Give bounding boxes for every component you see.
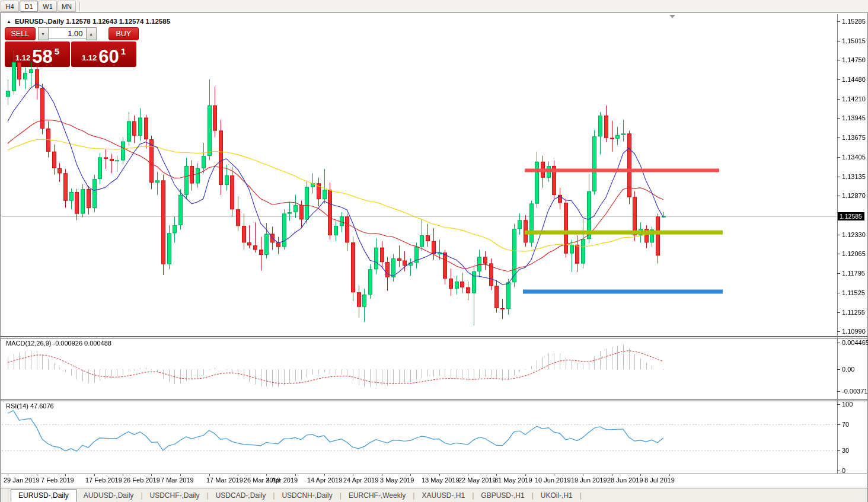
axis-label: 1.11255 — [842, 309, 865, 316]
date-label: 17 Feb 2019 — [85, 477, 122, 484]
axis-tick — [837, 21, 840, 22]
date-tick — [324, 474, 325, 476]
axis-label: -0.003715 — [842, 388, 868, 395]
axis-tick — [837, 157, 840, 158]
date-tick — [151, 474, 152, 476]
axis-tick — [837, 138, 840, 138]
axis-label: 100 — [842, 401, 853, 408]
date-tick — [410, 474, 411, 476]
timeframe-button-h4[interactable]: H4 — [1, 1, 19, 12]
axis-tick — [837, 404, 840, 405]
axis-tick — [837, 273, 840, 274]
date-label: 26 Feb 2019 — [123, 477, 160, 484]
axis-label: 0.004465 — [842, 339, 868, 346]
axis-tick — [837, 293, 840, 293]
date-tick — [65, 474, 66, 476]
axis-label: 30 — [842, 447, 849, 454]
axis-tick — [837, 450, 840, 451]
pane-separator-rsi[interactable] — [1, 399, 867, 401]
axis-label: 1.15285 — [842, 18, 866, 25]
axis-label: 1.12065 — [842, 250, 866, 257]
date-tick — [8, 474, 8, 476]
chart-shift-marker-icon[interactable] — [669, 15, 675, 18]
date-label: 13 May 2019 — [422, 477, 459, 484]
tab-xauusd-h1[interactable]: XAUUSD-,H1 — [414, 490, 472, 501]
tab-usdchf-daily[interactable]: USDCHF-,Daily — [143, 490, 207, 501]
date-tick — [468, 474, 468, 476]
axis-label: 1.14210 — [842, 95, 866, 103]
date-label: 10 Jun 2019 — [535, 477, 571, 484]
date-label: 7 Mar 2019 — [161, 477, 194, 484]
date-tick — [554, 474, 554, 476]
axis-tick — [837, 343, 840, 343]
date-tick — [640, 474, 641, 476]
timeframe-button-d1[interactable]: D1 — [20, 1, 38, 12]
price-chart-canvas[interactable] — [2, 14, 837, 336]
axis-tick — [837, 424, 840, 425]
date-axis-border — [1, 474, 867, 474]
tab-eurusd-daily[interactable]: EURUSD-,Daily — [11, 489, 76, 502]
axis-tick — [837, 369, 840, 370]
date-tick — [266, 474, 267, 476]
axis-label: 1.10990 — [842, 328, 866, 335]
axis-label: 1.13945 — [842, 114, 866, 121]
rsi-indicator-label: RSI(14) 47.6076 — [6, 402, 54, 410]
date-label: 28 Jun 2019 — [607, 477, 643, 484]
tab-ukoil-h1[interactable]: UKOil-,H1 — [534, 490, 580, 501]
chart-tab-bar: EURUSD-,DailyAUDUSD-,Daily|USDCHF-,Daily… — [1, 488, 867, 502]
date-label: 31 May 2019 — [494, 477, 532, 484]
date-tick — [238, 474, 238, 476]
tab-divider: | — [580, 491, 582, 500]
axis-label: 1.13405 — [842, 154, 866, 161]
axis-tick — [837, 391, 840, 392]
axis-tick — [837, 41, 840, 41]
date-tick — [180, 474, 181, 476]
tab-scroll-strip[interactable] — [1, 488, 8, 502]
axis-tick — [837, 471, 840, 471]
date-label: 17 Mar 2019 — [206, 477, 243, 484]
toolbar-separator — [79, 2, 81, 11]
date-tick — [669, 474, 670, 476]
axis-label: 1.11795 — [842, 270, 865, 277]
axis-label: 0.00 — [842, 366, 854, 373]
axis-tick — [837, 118, 840, 119]
date-tick — [525, 474, 526, 476]
tab-usdcnh-daily[interactable]: USDCNH-,Daily — [275, 490, 339, 501]
axis-tick — [837, 254, 840, 254]
date-label: 7 Feb 2019 — [41, 477, 74, 484]
timeframe-button-mn[interactable]: MN — [58, 1, 76, 12]
rsi-canvas[interactable] — [2, 401, 837, 474]
axis-tick — [837, 177, 840, 177]
date-tick — [612, 474, 612, 476]
tab-gbpusd-h1[interactable]: GBPUSD-,H1 — [474, 490, 531, 501]
date-tick — [583, 474, 583, 476]
tab-eurchf-weekly[interactable]: EURCHF-,Weekly — [342, 490, 413, 501]
axis-tick — [837, 312, 840, 313]
date-label: 22 May 2019 — [458, 477, 496, 484]
date-label: 29 Jan 2019 — [4, 477, 40, 484]
axis-tick — [837, 99, 840, 100]
chart-window: ▲ EURUSD-,Daily 1.12578 1.12643 1.12574 … — [0, 12, 868, 502]
application: H4D1W1MN ▲ EURUSD-,Daily 1.12578 1.12643… — [0, 0, 868, 502]
date-tick — [209, 474, 210, 476]
axis-label: 1.14480 — [842, 76, 866, 83]
macd-canvas[interactable] — [2, 338, 837, 399]
axis-label: 1.13675 — [842, 134, 866, 141]
timeframe-button-w1[interactable]: W1 — [39, 1, 57, 12]
tab-audusd-daily[interactable]: AUDUSD-,Daily — [76, 490, 141, 501]
date-tick — [439, 474, 440, 476]
date-tick — [295, 474, 296, 476]
axis-label: 1.14750 — [842, 56, 866, 63]
date-label: 4 Apr 2019 — [266, 477, 298, 484]
date-label: 19 Jun 2019 — [571, 477, 607, 484]
axis-label: 1.13135 — [842, 173, 866, 180]
macd-indicator-label: MACD(12,26,9) -0.000926 0.000488 — [6, 340, 111, 347]
axis-tick — [837, 79, 840, 80]
axis-tick — [837, 196, 840, 196]
date-tick — [382, 474, 382, 476]
pane-separator-macd[interactable] — [1, 336, 867, 338]
date-label: 3 May 2019 — [380, 477, 414, 484]
tab-usdcad-daily[interactable]: USDCAD-,Daily — [209, 490, 273, 501]
date-label: 8 Jul 2019 — [644, 477, 675, 484]
date-tick — [94, 474, 95, 476]
